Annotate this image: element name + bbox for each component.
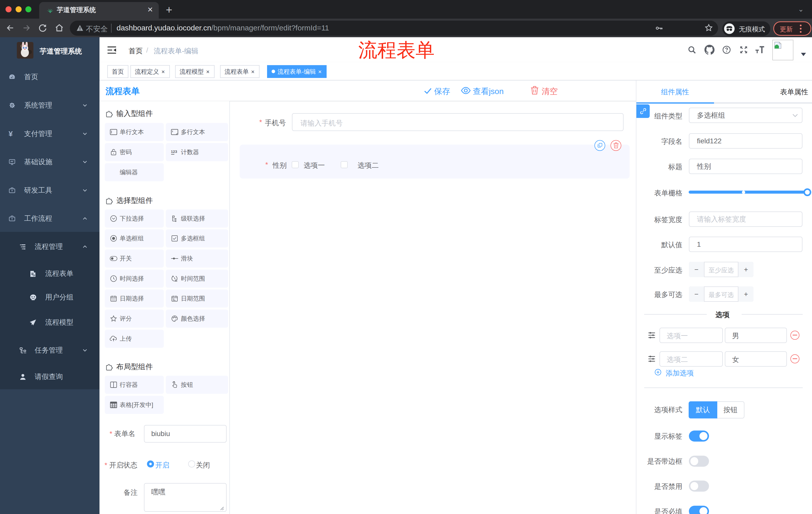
svg-text:123: 123 — [171, 150, 177, 154]
